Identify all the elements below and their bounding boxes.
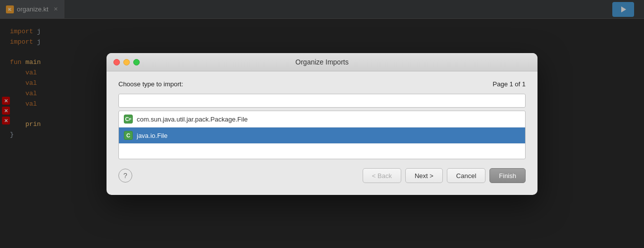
list-item-selected[interactable]: C java.io.File xyxy=(119,127,525,144)
help-button[interactable]: ? xyxy=(118,169,132,183)
back-button[interactable]: < Back xyxy=(363,168,401,183)
import-list: CF com.sun.java.util.jar.pack.Package.Fi… xyxy=(118,111,526,159)
traffic-lights xyxy=(113,59,140,65)
class-icon-2: C xyxy=(124,131,133,140)
maximize-traffic-light[interactable] xyxy=(133,59,140,65)
search-input[interactable] xyxy=(118,94,526,108)
dialog-header-row: Choose type to import: Page 1 of 1 xyxy=(118,80,526,88)
organize-imports-dialog: Organize Imports Choose type to import: … xyxy=(107,53,537,195)
choose-type-label: Choose type to import: xyxy=(118,80,183,88)
list-item[interactable]: CF com.sun.java.util.jar.pack.Package.Fi… xyxy=(119,111,525,127)
next-button[interactable]: Next > xyxy=(405,168,443,183)
page-info: Page 1 of 1 xyxy=(493,80,526,88)
cancel-button[interactable]: Cancel xyxy=(447,168,485,183)
dialog-footer: ? < Back Next > Cancel Finish xyxy=(118,168,526,185)
dialog-titlebar: Organize Imports xyxy=(107,53,537,71)
dialog-title: Organize Imports xyxy=(295,58,348,66)
class-icon-1: CF xyxy=(124,115,133,124)
dialog-body: Choose type to import: Page 1 of 1 CF co… xyxy=(107,71,537,195)
import-label-1: com.sun.java.util.jar.pack.Package.File xyxy=(137,116,248,123)
finish-button[interactable]: Finish xyxy=(489,168,526,183)
list-item-empty xyxy=(119,144,525,159)
close-traffic-light[interactable] xyxy=(113,59,120,65)
import-label-2: java.io.File xyxy=(137,132,167,139)
minimize-traffic-light[interactable] xyxy=(123,59,130,65)
